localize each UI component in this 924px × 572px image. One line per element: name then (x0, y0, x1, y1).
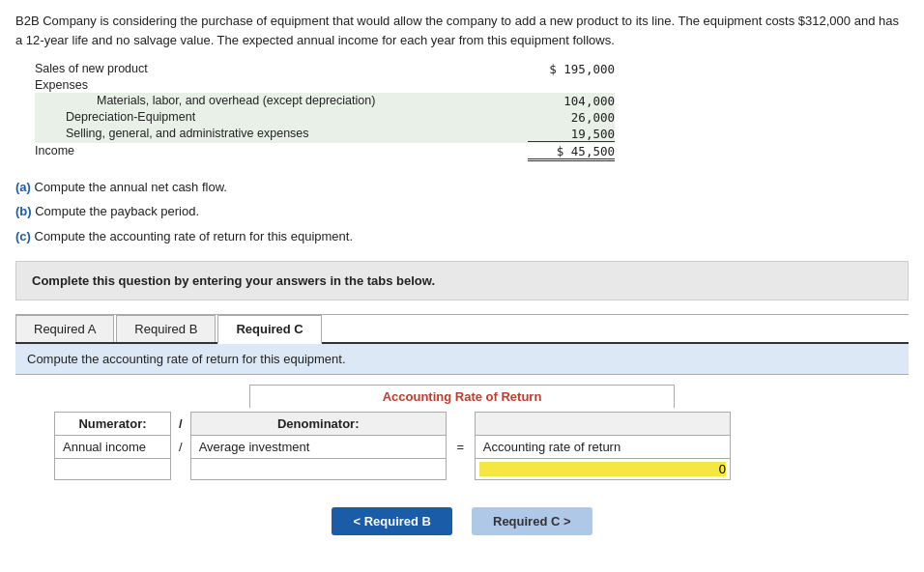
financial-row-sales: Sales of new product $ 195,000 (35, 61, 615, 77)
depreciation-label: Depreciation-Equipment (35, 110, 528, 125)
instruction-box: Complete this question by entering your … (15, 261, 909, 300)
accounting-table-wrapper: Accounting Rate of Return Numerator: / D… (15, 375, 909, 494)
income-label: Income (35, 144, 528, 161)
income-value: $ 45,500 (528, 144, 615, 161)
expenses-value (528, 78, 615, 92)
next-button[interactable]: Required C > (472, 507, 592, 535)
question-b-bold: (b) (15, 204, 32, 218)
nav-buttons: < Required B Required C > (15, 507, 909, 535)
instruction-text: Complete this question by entering your … (32, 273, 435, 288)
question-c: (c) Compute the accounting rate of retur… (15, 225, 909, 247)
selling-value: 19,500 (528, 127, 615, 142)
expenses-label: Expenses (35, 78, 528, 92)
slash-input-cell (171, 459, 191, 480)
financial-table: Sales of new product $ 195,000 Expenses … (35, 61, 615, 162)
questions-section: (a) Compute the annual net cash flow. (b… (15, 176, 909, 247)
depreciation-value: 26,000 (528, 110, 615, 125)
tab-required-a[interactable]: Required A (15, 315, 114, 342)
result-input-cell[interactable] (475, 459, 730, 480)
equals-header (446, 413, 475, 436)
question-a: (a) Compute the annual net cash flow. (15, 176, 909, 198)
equals-input-cell (446, 459, 475, 480)
financial-row-depreciation: Depreciation-Equipment 26,000 (35, 109, 615, 126)
tab-required-c[interactable]: Required C (217, 315, 321, 344)
financial-row-income: Income $ 45,500 (35, 143, 615, 162)
financial-row-expenses: Expenses (35, 77, 615, 93)
intro-paragraph: B2B Company is considering the purchase … (15, 12, 909, 49)
annual-income-cell: Annual income (55, 436, 171, 459)
arr-header: Accounting Rate of Return (249, 385, 675, 408)
financial-row-materials: Materials, labor, and overhead (except d… (35, 93, 615, 109)
arr-row-labels: Annual income / Average investment = Acc… (55, 436, 731, 459)
selling-label: Selling, general, and administrative exp… (35, 127, 528, 142)
question-a-bold: (a) (15, 180, 31, 194)
sales-label: Sales of new product (35, 62, 528, 76)
denominator-input[interactable] (195, 462, 442, 476)
denominator-input-cell[interactable] (190, 459, 446, 480)
tabs-row: Required A Required B Required C (15, 315, 909, 344)
financial-row-selling: Selling, general, and administrative exp… (35, 126, 615, 143)
slash-cell: / (171, 436, 191, 459)
materials-value: 104,000 (528, 94, 615, 108)
tab-c-content: Compute the accounting rate of return fo… (15, 344, 909, 535)
arr-table: Numerator: / Denominator: Annual income … (54, 412, 731, 480)
tab-c-instruction: Compute the accounting rate of return fo… (15, 344, 909, 375)
question-c-bold: (c) (15, 229, 31, 243)
numerator-header: Numerator: (55, 413, 171, 436)
result-input[interactable] (479, 462, 726, 476)
result-label-cell: Accounting rate of return (475, 436, 730, 459)
materials-label: Materials, labor, and overhead (except d… (66, 94, 528, 108)
equals-cell: = (446, 436, 475, 459)
denominator-header: Denominator: (190, 413, 446, 436)
average-investment-cell: Average investment (190, 436, 446, 459)
question-b: (b) Compute the payback period. (15, 200, 909, 222)
prev-button[interactable]: < Required B (332, 507, 452, 535)
result-header (475, 413, 730, 436)
sales-value: $ 195,000 (528, 62, 615, 76)
slash-header: / (171, 413, 191, 436)
tab-required-b[interactable]: Required B (116, 315, 216, 342)
arr-row-inputs (55, 459, 731, 480)
numerator-input-cell[interactable] (55, 459, 171, 480)
numerator-input[interactable] (59, 462, 166, 476)
tabs-container: Required A Required B Required C Compute… (15, 314, 909, 535)
